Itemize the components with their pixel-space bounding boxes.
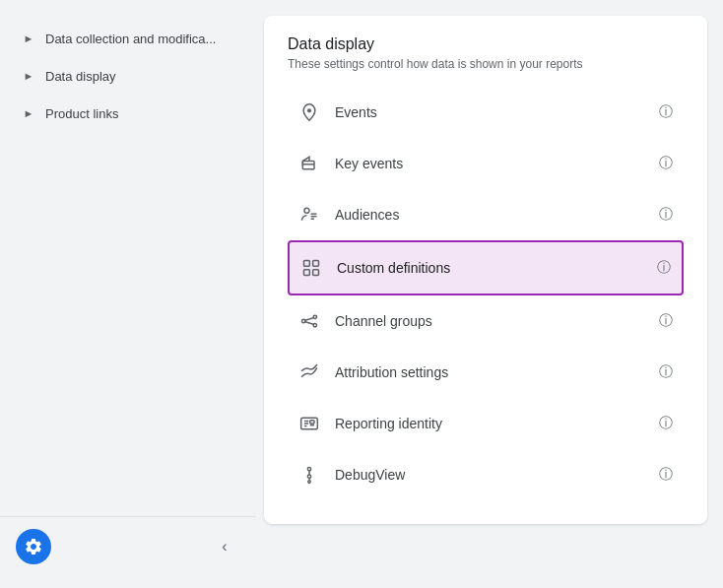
key-events-icon [296, 150, 323, 177]
help-icon[interactable]: ⓘ [656, 414, 676, 433]
svg-rect-8 [313, 261, 319, 267]
svg-rect-9 [304, 270, 310, 276]
help-icon[interactable]: ⓘ [656, 102, 676, 122]
menu-item-label: Audiences [335, 207, 656, 223]
svg-rect-10 [313, 270, 319, 276]
sidebar-item-data-display[interactable]: ► Data display [0, 57, 256, 95]
help-icon[interactable]: ⓘ [656, 154, 676, 173]
svg-point-11 [302, 319, 305, 322]
card-subtitle: These settings control how data is shown… [288, 57, 684, 71]
menu-item-channel-groups[interactable]: Channel groups ⓘ [288, 295, 684, 347]
svg-line-14 [305, 318, 313, 321]
menu-item-attribution-settings[interactable]: Attribution settings ⓘ [288, 347, 684, 398]
sidebar-item-data-collection[interactable]: ► Data collection and modifica... [0, 20, 256, 57]
menu-item-label: Attribution settings [335, 364, 656, 380]
svg-rect-7 [304, 261, 310, 267]
chevron-right-icon: ► [20, 104, 37, 122]
menu-item-label: Events [335, 104, 656, 120]
svg-rect-16 [301, 418, 318, 429]
svg-line-15 [305, 322, 313, 325]
svg-point-24 [307, 475, 310, 478]
menu-item-custom-definitions[interactable]: Custom definitions ⓘ [288, 240, 684, 295]
svg-rect-1 [302, 162, 314, 169]
reporting-identity-icon [296, 410, 323, 437]
card-title: Data display [288, 35, 684, 53]
help-icon[interactable]: ⓘ [656, 311, 676, 331]
sidebar-item-product-links[interactable]: ► Product links [0, 95, 256, 132]
events-icon [296, 98, 323, 126]
menu-item-key-events[interactable]: Key events ⓘ [288, 138, 684, 189]
menu-item-label: Custom definitions [337, 260, 654, 276]
sidebar-item-label: Data display [45, 69, 116, 84]
menu-item-label: Channel groups [335, 313, 656, 329]
menu-item-label: DebugView [335, 467, 656, 483]
menu-item-reporting-identity[interactable]: Reporting identity ⓘ [288, 398, 684, 449]
chevron-right-icon: ► [20, 67, 37, 85]
sidebar: ► Data collection and modifica... ► Data… [0, 0, 256, 588]
svg-point-0 [307, 108, 311, 112]
svg-point-12 [313, 315, 316, 318]
menu-list: Events ⓘ Key events ⓘ [288, 87, 684, 500]
svg-rect-20 [310, 421, 314, 424]
channel-groups-icon [296, 307, 323, 335]
help-icon[interactable]: ⓘ [654, 258, 674, 278]
main-content: Data display These settings control how … [256, 0, 723, 588]
sidebar-bottom: ‹ [0, 516, 256, 576]
debugview-icon [296, 461, 323, 489]
audiences-icon [296, 201, 323, 229]
svg-point-22 [307, 468, 310, 471]
chevron-right-icon: ► [20, 30, 37, 47]
sidebar-item-label: Product links [45, 106, 118, 121]
attribution-settings-icon [296, 359, 323, 386]
svg-point-13 [313, 324, 316, 327]
menu-item-audiences[interactable]: Audiences ⓘ [288, 189, 684, 240]
help-icon[interactable]: ⓘ [656, 465, 676, 485]
sidebar-item-label: Data collection and modifica... [45, 32, 216, 46]
custom-definitions-icon [297, 254, 325, 282]
sidebar-nav: ► Data collection and modifica... ► Data… [0, 12, 256, 516]
data-display-card: Data display These settings control how … [264, 16, 707, 524]
settings-button[interactable] [16, 529, 51, 564]
menu-item-debugview[interactable]: DebugView ⓘ [288, 449, 684, 500]
menu-item-label: Key events [335, 156, 656, 171]
collapse-button[interactable]: ‹ [209, 531, 240, 562]
menu-item-label: Reporting identity [335, 416, 656, 431]
menu-item-events[interactable]: Events ⓘ [288, 87, 684, 138]
svg-point-26 [308, 481, 311, 484]
help-icon[interactable]: ⓘ [656, 205, 676, 225]
svg-point-3 [304, 208, 309, 213]
help-icon[interactable]: ⓘ [656, 362, 676, 382]
